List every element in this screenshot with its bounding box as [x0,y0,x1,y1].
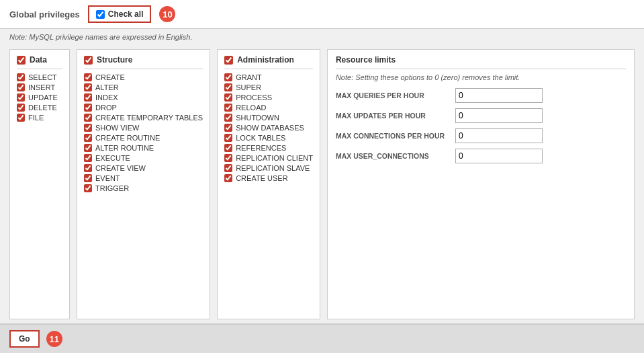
alter-label: ALTER [95,83,119,91]
index-checkbox[interactable] [84,93,92,102]
list-item: CREATE [84,73,203,81]
process-checkbox[interactable] [224,93,232,102]
list-item: DELETE [17,104,62,112]
resource-limits-note: Note: Setting these options to 0 (zero) … [336,73,626,81]
create-user-checkbox[interactable] [224,174,232,182]
list-item: SUPER [224,83,313,91]
max-queries-label: MAX QUERIES PER HOUR [336,91,450,100]
administration-group-checkbox[interactable] [224,56,233,65]
max-queries-input[interactable] [455,88,543,103]
super-checkbox[interactable] [224,83,232,91]
data-group: Data SELECT INSERT UPDATE DELETE FILE [9,49,70,319]
note-bar: Note: MySQL privilege names are expresse… [0,29,644,45]
badge-10: 10 [159,6,175,22]
list-item: GRANT [224,73,313,81]
list-item: SHOW VIEW [84,124,203,132]
shutdown-checkbox[interactable] [224,114,232,122]
replication-client-checkbox[interactable] [224,154,232,162]
trigger-checkbox[interactable] [84,184,92,192]
list-item: SHUTDOWN [224,114,313,122]
resource-limits-title: Resource limits [336,55,626,69]
drop-label: DROP [95,104,117,112]
event-checkbox[interactable] [84,174,92,182]
event-label: EVENT [95,174,120,182]
check-all-label: Check all [108,9,144,19]
execute-checkbox[interactable] [84,154,92,162]
update-checkbox[interactable] [17,93,25,102]
delete-checkbox[interactable] [17,104,25,112]
show-view-checkbox[interactable] [84,124,92,132]
file-checkbox[interactable] [17,114,25,122]
list-item: EVENT [84,174,203,182]
structure-group-header: Structure [84,55,203,69]
resource-limits-box: Resource limits Note: Setting these opti… [327,49,635,319]
list-item: INSERT [17,83,62,91]
alter-checkbox[interactable] [84,83,92,91]
reload-checkbox[interactable] [224,104,232,112]
replication-slave-label: REPLICATION SLAVE [236,164,310,172]
create-temp-checkbox[interactable] [84,114,92,122]
list-item: CREATE USER [224,174,313,182]
max-queries-row: MAX QUERIES PER HOUR [336,88,626,103]
alter-routine-checkbox[interactable] [84,144,92,152]
check-all-button[interactable]: Check all [88,5,152,23]
shutdown-label: SHUTDOWN [236,114,279,122]
badge-11: 11 [46,331,62,347]
list-item: LOCK TABLES [224,134,313,142]
lock-tables-checkbox[interactable] [224,134,232,142]
file-label: FILE [28,114,44,122]
references-label: REFERENCES [236,144,286,152]
check-all-checkbox[interactable] [96,10,105,19]
max-updates-row: MAX UPDATES PER HOUR [336,108,626,123]
create-routine-checkbox[interactable] [84,134,92,142]
list-item: UPDATE [17,93,62,102]
create-view-checkbox[interactable] [84,164,92,172]
lock-tables-label: LOCK TABLES [236,134,285,142]
replication-slave-checkbox[interactable] [224,164,232,172]
grant-label: GRANT [236,73,262,81]
select-checkbox[interactable] [17,73,25,81]
max-connections-label: MAX CONNECTIONS PER HOUR [336,132,450,140]
max-updates-input[interactable] [455,108,543,123]
max-user-connections-input[interactable] [455,149,543,163]
delete-label: DELETE [28,104,57,112]
max-user-connections-row: MAX USER_CONNECTIONS [336,149,626,163]
administration-group-label: Administration [237,55,294,65]
create-temp-label: CREATE TEMPORARY TABLES [95,114,203,122]
show-databases-checkbox[interactable] [224,124,232,132]
insert-checkbox[interactable] [17,83,25,91]
content-area: Data SELECT INSERT UPDATE DELETE FILE [0,45,644,323]
list-item: PROCESS [224,93,313,102]
go-button[interactable]: Go [9,330,40,348]
max-connections-input[interactable] [455,128,543,143]
replication-client-label: REPLICATION CLIENT [236,154,313,162]
drop-checkbox[interactable] [84,104,92,112]
list-item: TRIGGER [84,184,203,192]
list-item: REPLICATION CLIENT [224,154,313,162]
administration-group: Administration GRANT SUPER PROCESS RELOA… [217,49,320,319]
list-item: REPLICATION SLAVE [224,164,313,172]
data-group-checkbox[interactable] [17,56,26,65]
list-item: ALTER ROUTINE [84,144,203,152]
list-item: DROP [84,104,203,112]
list-item: INDEX [84,93,203,102]
create-routine-label: CREATE ROUTINE [95,134,160,142]
create-label: CREATE [95,73,125,81]
process-label: PROCESS [236,93,272,102]
create-checkbox[interactable] [84,73,92,81]
update-label: UPDATE [28,93,58,102]
list-item: ALTER [84,83,203,91]
list-item: CREATE VIEW [84,164,203,172]
grant-checkbox[interactable] [224,73,232,81]
list-item: SHOW DATABASES [224,124,313,132]
main-container: Global privileges Check all 10 Note: MyS… [0,0,644,353]
structure-group-checkbox[interactable] [84,56,93,65]
global-privileges-title: Global privileges [9,9,80,19]
show-view-label: SHOW VIEW [95,124,139,132]
execute-label: EXECUTE [95,154,130,162]
administration-group-header: Administration [224,55,313,69]
list-item: CREATE ROUTINE [84,134,203,142]
list-item: REFERENCES [224,144,313,152]
references-checkbox[interactable] [224,144,232,152]
list-item: EXECUTE [84,154,203,162]
